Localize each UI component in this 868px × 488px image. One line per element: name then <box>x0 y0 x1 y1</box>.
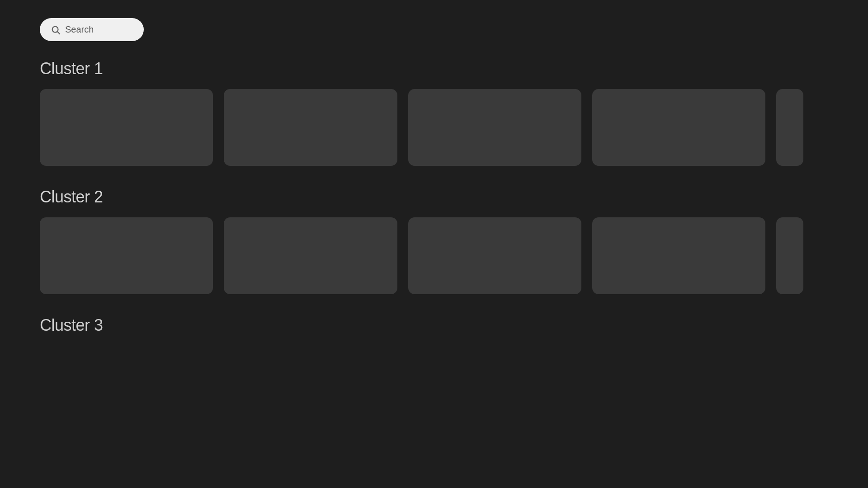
cluster-2-title: Cluster 2 <box>40 188 828 206</box>
cluster-2-card-4[interactable] <box>592 217 765 294</box>
cluster-1-section: Cluster 1 <box>40 59 828 166</box>
search-bar[interactable]: Search <box>40 18 144 41</box>
cluster-1-card-3[interactable] <box>408 89 581 166</box>
search-icon <box>51 25 61 35</box>
cluster-1-card-5-partial[interactable] <box>776 89 803 166</box>
cluster-1-title: Cluster 1 <box>40 59 828 78</box>
cluster-3-title: Cluster 3 <box>40 316 828 335</box>
cluster-2-card-3[interactable] <box>408 217 581 294</box>
cluster-2-card-2[interactable] <box>224 217 397 294</box>
main-container: Search Cluster 1 Cluster 2 Cluster 3 <box>0 0 868 375</box>
cluster-1-card-1[interactable] <box>40 89 213 166</box>
cluster-1-card-2[interactable] <box>224 89 397 166</box>
cluster-1-card-4[interactable] <box>592 89 765 166</box>
cluster-2-card-1[interactable] <box>40 217 213 294</box>
search-placeholder-text: Search <box>65 24 94 35</box>
cluster-2-grid <box>40 217 828 294</box>
cluster-2-card-5-partial[interactable] <box>776 217 803 294</box>
search-wrapper: Search <box>40 18 828 41</box>
cluster-1-grid <box>40 89 828 166</box>
cluster-2-section: Cluster 2 <box>40 188 828 294</box>
svg-line-1 <box>57 32 60 34</box>
cluster-3-section: Cluster 3 <box>40 316 828 335</box>
